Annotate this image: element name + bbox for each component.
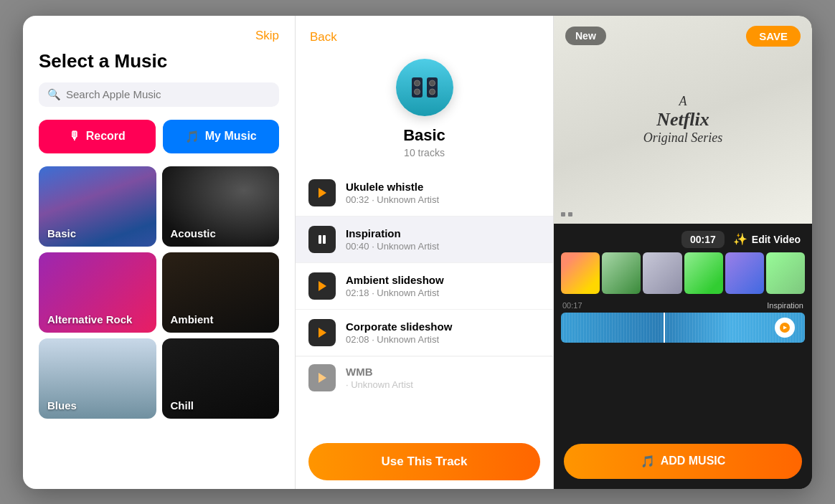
tile-chill-label: Chill <box>171 399 194 412</box>
timeline-labels: 00:17 Inspiration <box>561 301 805 310</box>
music-note-icon: 🎵 <box>185 130 199 143</box>
edit-video-label: Edit Video <box>752 234 801 245</box>
my-music-label: My Music <box>205 130 257 143</box>
select-music-panel: Skip Select a Music 🔍 🎙 Record 🎵 My Musi… <box>23 16 296 489</box>
tile-acoustic[interactable]: Acoustic <box>162 166 280 247</box>
tile-altrock[interactable]: Alternative Rock <box>39 252 156 333</box>
music-note-icon: 🎵 <box>641 455 655 468</box>
svg-marker-10 <box>319 328 326 338</box>
mic-icon: 🎙 <box>69 130 80 143</box>
panel2-header: Back <box>296 16 553 44</box>
edit-video-bar: 00:17 ✨ Edit Video <box>554 224 812 252</box>
svg-point-3 <box>429 80 435 86</box>
track-list: Ukulele whistle 00:32 · Unknown Artist I… <box>296 170 553 434</box>
video-panel: A Netflix Original Series New SAVE 00:17… <box>554 16 812 489</box>
search-bar[interactable]: 🔍 <box>39 82 279 107</box>
album-title: Basic <box>403 126 445 145</box>
tile-ambient-label: Ambient <box>171 313 214 325</box>
page-title: Select a Music <box>23 43 295 82</box>
add-music-button[interactable]: 🎵 ADD MUSIC <box>564 444 802 479</box>
edit-video-button[interactable]: ✨ Edit Video <box>733 232 801 246</box>
back-button[interactable]: Back <box>310 30 337 44</box>
record-button[interactable]: 🎙 Record <box>39 120 156 153</box>
track-meta: 00:40 · Unknown Artist <box>346 241 540 252</box>
track-list-panel: Back Basic 10 tracks <box>296 16 554 489</box>
panel1-header: Skip <box>23 16 295 43</box>
track-name: Inspiration <box>346 227 540 239</box>
action-buttons: 🎙 Record 🎵 My Music <box>23 120 295 166</box>
svg-marker-6 <box>319 188 326 198</box>
my-music-button[interactable]: 🎵 My Music <box>163 120 280 153</box>
album-track-count: 10 tracks <box>404 147 445 158</box>
tile-blues[interactable]: Blues <box>39 338 156 419</box>
netflix-text: A Netflix Original Series <box>643 94 723 146</box>
play-button[interactable] <box>308 319 336 346</box>
svg-marker-11 <box>319 373 326 383</box>
svg-rect-8 <box>323 235 326 244</box>
track-name: Ambient slideshow <box>346 274 540 286</box>
album-area: Basic 10 tracks <box>296 44 553 170</box>
tile-acoustic-label: Acoustic <box>171 227 216 239</box>
tile-ambient[interactable]: Ambient <box>162 252 280 333</box>
thumbnail-strip <box>554 252 812 295</box>
netflix-line2: Netflix <box>643 109 723 130</box>
skip-button[interactable]: Skip <box>255 29 279 43</box>
track-meta: 02:18 · Unknown Artist <box>346 287 540 298</box>
svg-point-2 <box>414 80 420 86</box>
tile-blues-label: Blues <box>47 399 77 412</box>
tile-basic[interactable]: Basic <box>39 166 156 247</box>
thumb-2 <box>602 252 641 294</box>
sparkle-icon: ✨ <box>733 232 747 246</box>
track-name: Corporate slideshow <box>346 320 540 333</box>
track-meta: 02:08 · Unknown Artist <box>346 334 540 345</box>
video-top-bar: New SAVE <box>554 16 812 57</box>
play-button[interactable] <box>308 272 336 300</box>
play-button-partial <box>308 364 336 391</box>
track-info: Corporate slideshow 02:08 · Unknown Arti… <box>346 320 540 345</box>
album-icon <box>396 59 453 116</box>
track-meta-partial: · Unknown Artist <box>346 379 540 390</box>
track-name-partial: WMB <box>346 366 540 378</box>
video-preview: A Netflix Original Series New SAVE <box>554 16 812 224</box>
svg-point-4 <box>414 89 420 95</box>
save-button[interactable]: SAVE <box>746 26 801 47</box>
netflix-line3: Original Series <box>643 130 723 146</box>
waveform-overlay <box>561 313 805 343</box>
music-icon <box>775 318 795 338</box>
playhead <box>664 313 665 343</box>
thumb-4 <box>684 252 723 294</box>
search-input[interactable] <box>66 88 270 100</box>
svg-marker-9 <box>319 281 326 291</box>
svg-rect-7 <box>319 235 321 244</box>
add-music-label: ADD MUSIC <box>661 455 726 467</box>
track-info: Ambient slideshow 02:18 · Unknown Artist <box>346 274 540 298</box>
svg-point-5 <box>429 89 435 95</box>
record-label: Record <box>86 130 126 143</box>
track-info: Ukulele whistle 00:32 · Unknown Artist <box>346 181 540 205</box>
tile-chill[interactable]: Chill <box>162 338 280 419</box>
waveform[interactable] <box>561 313 805 343</box>
video-editor: 00:17 ✨ Edit Video 00:17 Inspiration <box>554 224 812 489</box>
thumb-5 <box>725 252 764 294</box>
tile-altrock-label: Alternative Rock <box>47 313 132 325</box>
track-item[interactable]: Ukulele whistle 00:32 · Unknown Artist <box>296 170 553 217</box>
track-item-active[interactable]: Inspiration 00:40 · Unknown Artist <box>296 217 553 263</box>
track-item[interactable]: Ambient slideshow 02:18 · Unknown Artist <box>296 263 553 310</box>
dot2 <box>568 212 572 217</box>
search-icon: 🔍 <box>47 88 61 101</box>
corner-indicator <box>561 212 572 217</box>
pause-button[interactable] <box>308 226 336 253</box>
thumb-3 <box>643 252 681 294</box>
track-info-partial: WMB · Unknown Artist <box>346 366 540 390</box>
track-name: Ukulele whistle <box>346 181 540 193</box>
thumb-6 <box>766 252 805 294</box>
netflix-line1: A <box>643 94 723 109</box>
new-badge: New <box>565 27 606 45</box>
time-badge: 00:17 <box>681 231 725 248</box>
play-button[interactable] <box>308 179 336 206</box>
timeline-time: 00:17 <box>562 301 582 310</box>
dot1 <box>561 212 565 217</box>
use-track-button[interactable]: Use This Track <box>308 443 540 480</box>
timeline-track-label: Inspiration <box>767 301 803 310</box>
track-item[interactable]: Corporate slideshow 02:08 · Unknown Arti… <box>296 310 553 356</box>
